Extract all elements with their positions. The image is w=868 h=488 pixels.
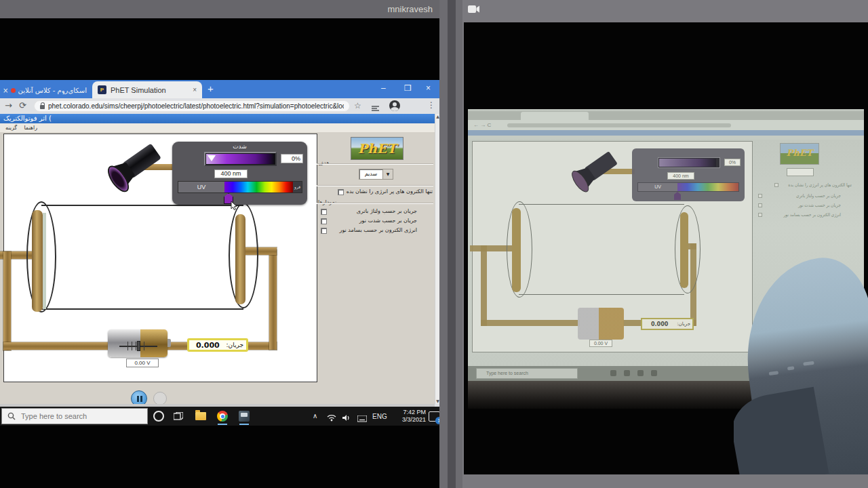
- applet-menubar: راهنما گزینه: [0, 123, 435, 132]
- tab-skyroom-label: اسکای‌روم - کلاس آنلاین فیزیک: [18, 87, 87, 94]
- monitor-intensity-slider: [658, 157, 720, 168]
- intensity-slider[interactable]: [204, 152, 277, 166]
- voltage-slider-thumb[interactable]: [137, 341, 140, 351]
- monitor-target-plate: [512, 208, 521, 292]
- sweater-pattern: [787, 366, 795, 370]
- monitor-graph-label: جریان بر حسب شدت نور: [739, 203, 841, 207]
- menu-help[interactable]: راهنما: [24, 125, 37, 131]
- webcam-video: ← → C: [464, 22, 868, 474]
- clock-time: 7:42 PM: [395, 409, 426, 416]
- target-dropdown-arrow[interactable]: ▼: [383, 169, 393, 180]
- notification-icon[interactable]: 1: [429, 411, 440, 422]
- monitor-flashlight: [564, 142, 632, 192]
- monitor-applet-title: [468, 130, 864, 136]
- high-energy-electrons-label: تنها الکترون های پر انرژی را نشان بده: [346, 188, 433, 195]
- browser-toolbar: → ⟳ phet.colorado.edu/sims/cheerpj/photo…: [0, 98, 439, 114]
- monitor-current-meter: 0.000 جریان:: [641, 318, 694, 330]
- tube-top-line: [41, 205, 243, 206]
- current-label: جریان:: [226, 342, 246, 348]
- simulation-canvas: شدت 0% 400 nm UV فرو: [3, 134, 317, 382]
- browser-menu-icon[interactable]: ⋮: [427, 100, 435, 110]
- monitor-wire: [481, 320, 580, 326]
- window-restore-button[interactable]: ❒: [404, 83, 412, 93]
- recording-dot-icon: [11, 88, 16, 93]
- tab-skyroom[interactable]: اسکای‌روم - کلاس آنلاین فیزیک ×: [0, 82, 90, 98]
- intensity-thumb[interactable]: [208, 155, 216, 161]
- taskbar-app-icon[interactable]: [239, 411, 250, 422]
- monitor-graph-label: جریان بر حسب ولتاژ باتری: [739, 193, 841, 198]
- reload-icon[interactable]: ⟳: [19, 100, 26, 111]
- forward-icon[interactable]: →: [5, 100, 12, 111]
- cortana-icon[interactable]: [153, 411, 164, 422]
- spectrum-gradient: [224, 182, 293, 192]
- high-energy-electrons-checkbox[interactable]: [338, 189, 344, 195]
- monitor-target-dropdown: [787, 168, 814, 176]
- graph-energy-vs-frequency-label: انرژی الکترون بر حسب بسامد نور: [330, 227, 417, 233]
- reading-list-icon[interactable]: [372, 102, 380, 115]
- monitor-uv-label: UV: [638, 183, 677, 191]
- page-scrollbar[interactable]: ▲ ▼: [435, 114, 439, 404]
- group-divider: [317, 163, 433, 164]
- ir-label: فرو: [293, 182, 302, 192]
- monitor-wire: [481, 245, 487, 326]
- wire-left-vertical: [3, 251, 11, 350]
- webcam-pane: ← → C: [462, 0, 868, 488]
- step-button[interactable]: [153, 392, 167, 405]
- window-minimize-button[interactable]: –: [381, 83, 386, 93]
- windows-taskbar: ∧ ENG 7:42 PM 3/3/2021 1: [0, 407, 439, 426]
- chrome-icon[interactable]: [217, 411, 228, 422]
- monitor-spectrum: [677, 183, 738, 191]
- new-tab-button[interactable]: +: [208, 83, 214, 95]
- profile-avatar[interactable]: [389, 100, 400, 111]
- monitor-taskbar-icon: [624, 370, 630, 376]
- monitor-address-bar: ← → C: [468, 120, 864, 130]
- wifi-icon[interactable]: [327, 412, 336, 424]
- beam-control-panel: شدت 0% 400 nm UV فرو: [172, 142, 307, 205]
- current-meter: 0.000 جریان:: [187, 338, 248, 352]
- menu-options[interactable]: گزینه: [5, 125, 17, 131]
- volume-icon[interactable]: [342, 412, 351, 424]
- voltage-readout: 0.00 V: [126, 359, 159, 367]
- address-bar[interactable]: phet.colorado.edu/sims/cheerpj/photoelec…: [34, 100, 350, 112]
- monitor-tabstrip: [468, 111, 864, 120]
- target-plate: [32, 210, 43, 312]
- monitor-battery: [578, 308, 624, 340]
- wavelength-slider[interactable]: UV فرو: [178, 181, 302, 193]
- monitor-taskbar-icon: [651, 370, 657, 376]
- wavelength-value[interactable]: 400 nm: [214, 169, 248, 178]
- tab-phet-label: PhET Simulation: [111, 86, 189, 94]
- tab-close-icon[interactable]: ×: [3, 87, 8, 94]
- intensity-value: 0%: [281, 154, 303, 163]
- monitor-flashlight-body: [570, 148, 620, 192]
- window-close-button[interactable]: ×: [426, 83, 431, 93]
- tab-close-icon[interactable]: ×: [193, 86, 197, 94]
- graph-current-vs-voltage-checkbox[interactable]: [321, 209, 327, 215]
- file-explorer-icon[interactable]: [195, 411, 206, 422]
- graph-current-vs-intensity-label: جریان بر حسب شدت نور: [330, 218, 417, 224]
- taskbar-clock[interactable]: 7:42 PM 3/3/2021: [395, 409, 426, 424]
- collector-plate: [235, 214, 245, 304]
- graph-current-vs-intensity-checkbox[interactable]: [321, 218, 327, 224]
- monitor-search-box: Type here to search: [476, 368, 578, 379]
- group-divider: [317, 185, 433, 186]
- search-input[interactable]: [20, 411, 138, 421]
- language-indicator[interactable]: ENG: [372, 413, 387, 420]
- presenter-name: mnikravesh: [0, 0, 439, 18]
- phet-favicon: P: [98, 85, 106, 94]
- target-dropdown-value[interactable]: سدیم: [359, 169, 383, 180]
- flashlight[interactable]: [99, 131, 177, 192]
- taskbar-search[interactable]: [1, 408, 148, 424]
- task-view-icon[interactable]: [174, 411, 184, 422]
- mouse-cursor-icon: [231, 201, 238, 214]
- monitor-checkbox-label: تنها الکترون های پر انرژی را نشان بده: [750, 182, 852, 187]
- graph-energy-vs-frequency-checkbox[interactable]: [321, 228, 327, 234]
- monitor-graph-label: انرژی الکترون بر حسب بسامد نور: [739, 212, 841, 217]
- tray-chevron-icon[interactable]: ∧: [313, 412, 317, 420]
- pane-divider: [439, 0, 462, 488]
- monitor-tube-line: [519, 294, 684, 295]
- bookmark-star-icon[interactable]: ☆: [354, 101, 361, 110]
- tab-phet-simulation[interactable]: P PhET Simulation ×: [92, 81, 202, 98]
- screen-share-pane: mnikravesh اسکای‌روم - کلاس آنلاین فیزیک…: [0, 0, 439, 488]
- touch-keyboard-icon[interactable]: [357, 413, 367, 425]
- monitor-wavelength-slider: UV: [637, 182, 739, 192]
